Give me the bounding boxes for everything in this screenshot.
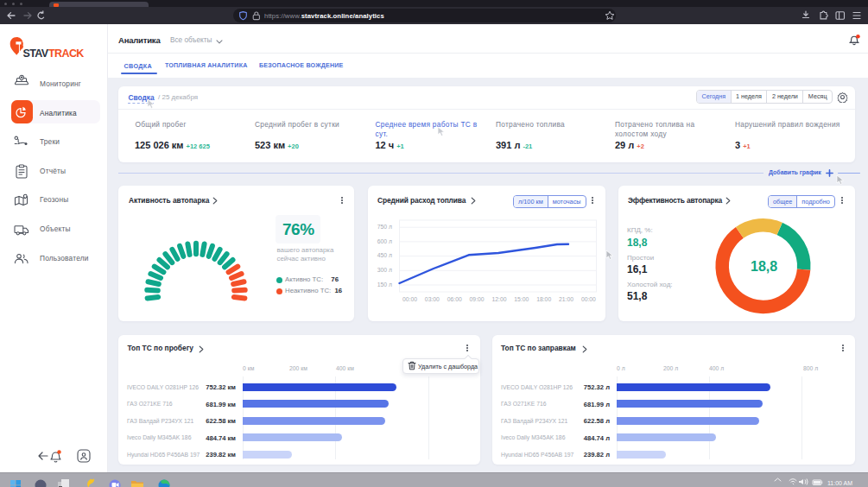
svg-text:STAV: STAV: [23, 47, 49, 59]
svg-text:TRACK: TRACK: [48, 47, 84, 59]
svg-text:11:00 AM: 11:00 AM: [827, 480, 852, 486]
